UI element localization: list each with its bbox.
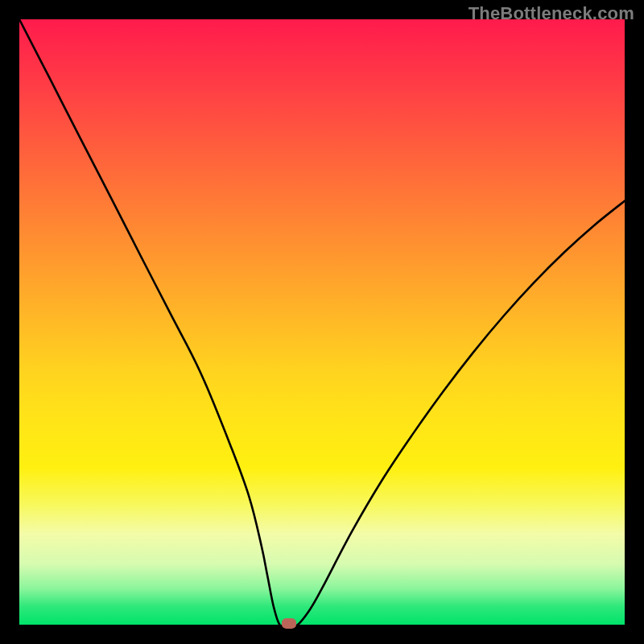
minimum-marker — [282, 618, 296, 629]
chart-frame: TheBottleneck.com — [0, 0, 644, 644]
plot-area — [19, 19, 625, 625]
bottleneck-curve — [19, 19, 625, 625]
